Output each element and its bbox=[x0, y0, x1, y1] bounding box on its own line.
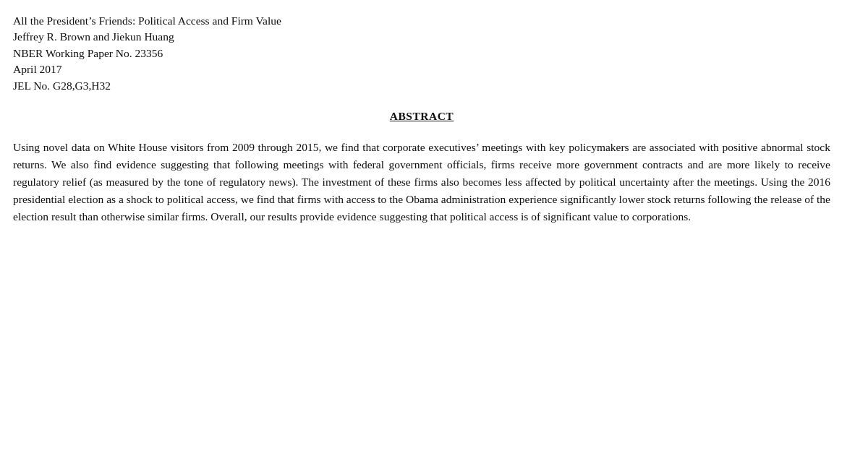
paper-date: April 2017 bbox=[13, 61, 830, 77]
abstract-body: Using novel data on White House visitors… bbox=[13, 139, 830, 225]
abstract-section: ABSTRACT Using novel data on White House… bbox=[13, 110, 830, 225]
jel-codes: JEL No. G28,G3,H32 bbox=[13, 78, 830, 94]
paper-title: All the President’s Friends: Political A… bbox=[13, 13, 830, 29]
abstract-heading: ABSTRACT bbox=[390, 110, 454, 122]
paper-authors: Jeffrey R. Brown and Jiekun Huang bbox=[13, 29, 830, 45]
page-container: All the President’s Friends: Political A… bbox=[0, 0, 868, 461]
header-section: All the President’s Friends: Political A… bbox=[13, 13, 830, 94]
working-paper-number: NBER Working Paper No. 23356 bbox=[13, 46, 830, 61]
abstract-title-row: ABSTRACT bbox=[13, 110, 830, 123]
